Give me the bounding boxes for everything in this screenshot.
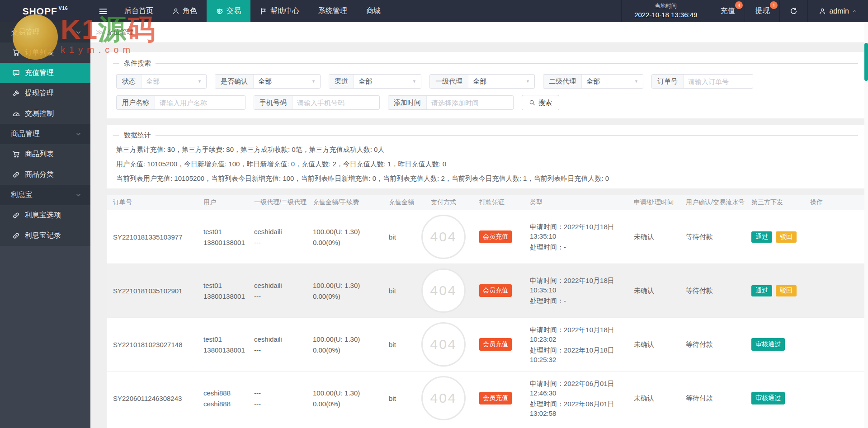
- payment-proof-image[interactable]: 404: [421, 215, 466, 259]
- column-header: 一级代理/二级代理: [248, 198, 307, 207]
- withdraw-shortcut[interactable]: 提现 1: [745, 0, 779, 22]
- nav-item-label: 后台首页: [124, 6, 153, 16]
- third-party-cell: 通过驳回: [745, 285, 804, 296]
- process-time: 处理时间：2022年10月18日 10:25:32: [530, 345, 627, 364]
- filter-value: 全部: [468, 77, 526, 86]
- confirm-filter[interactable]: 是否确认全部▼: [215, 74, 321, 89]
- menu-toggle-icon[interactable]: [99, 7, 108, 16]
- approve-button[interactable]: 通过: [751, 231, 772, 243]
- recharge-shortcut-label: 充值: [720, 6, 735, 16]
- scrollbar-thumb[interactable]: [864, 43, 868, 81]
- nav-roles[interactable]: 角色: [163, 0, 207, 22]
- user-menu[interactable]: admin: [807, 0, 868, 22]
- logo-text: SHOPF: [22, 6, 57, 17]
- user-icon: [172, 8, 179, 15]
- agent2-filter[interactable]: 二级代理全部▼: [543, 74, 643, 89]
- recharge-fee: 0.00(0%): [313, 238, 382, 247]
- approved-badge: 审核通过: [751, 392, 785, 404]
- third-party-cell: 审核通过: [745, 392, 804, 404]
- username: admin: [829, 7, 849, 15]
- sidebar-item-recharge[interactable]: 充值管理: [0, 63, 90, 83]
- third-party-cell: 通过驳回: [745, 231, 804, 243]
- table-header: 订单号用户一级代理/二级代理充值金额/手续费充值金额支付方式打款凭证类型申请/处…: [107, 195, 864, 210]
- sidebar-item-goods-category[interactable]: 商品分类: [0, 165, 90, 185]
- agent1-filter[interactable]: 一级代理全部▼: [429, 74, 535, 89]
- payment-proof-image[interactable]: 404: [421, 268, 466, 313]
- approve-button[interactable]: 通过: [751, 285, 772, 296]
- stats-lines: 第三方累计充值: $0，第三方手续费: $0，第三方成功收款: 0笔，第三方充值…: [116, 145, 858, 183]
- username-input[interactable]: [155, 99, 245, 107]
- nav-mall[interactable]: 商城: [357, 0, 390, 22]
- status-filter[interactable]: 状态全部▼: [116, 74, 207, 89]
- local-time-block: 当地时间 2022-10-18 13:36:49: [621, 0, 710, 22]
- channel-filter[interactable]: 渠道全部▼: [329, 74, 421, 89]
- flag-icon: [260, 8, 267, 15]
- image-404-text: 404: [430, 229, 457, 245]
- order-no-input-box: 订单号: [651, 74, 753, 89]
- agent-level2: ---: [254, 238, 307, 247]
- sidebar-filler: [0, 246, 90, 428]
- nav-help[interactable]: 帮助中心: [250, 0, 309, 22]
- sidebar-item-lixibao-options[interactable]: 利息宝选项: [0, 205, 90, 226]
- withdraw-badge: 1: [770, 1, 778, 9]
- process-time: 处理时间：2022年06月01日 13:02:58: [530, 399, 627, 418]
- reject-button[interactable]: 驳回: [776, 285, 797, 296]
- confirm-status: 未确认: [634, 394, 654, 402]
- reject-button[interactable]: 驳回: [776, 231, 797, 243]
- sidebar-item-lixibao-records[interactable]: 利息宝记录: [0, 226, 90, 246]
- payment-proof-image[interactable]: 404: [421, 376, 466, 420]
- sidebar-items: 交易管理订单列表充值管理提现管理交易控制商品管理商品列表商品分类利息宝利息宝选项…: [0, 22, 90, 246]
- sidebar-item-goods-list[interactable]: 商品列表: [0, 144, 90, 165]
- sidebar-item-label: 商品分类: [25, 170, 54, 179]
- sidebar-group-trade[interactable]: 交易管理: [0, 22, 90, 42]
- filter-value: 全部: [254, 77, 311, 86]
- search-legend: 条件搜索: [119, 59, 156, 68]
- payment-proof-image[interactable]: 404: [421, 322, 466, 367]
- sidebar-item-order-list[interactable]: 订单列表: [0, 42, 90, 63]
- recharge-badge: 4: [735, 1, 743, 9]
- table-row: SY2206011246308243 ceshi888 ceshi888 ---…: [107, 372, 864, 425]
- phone-input[interactable]: [292, 99, 379, 107]
- nav-trade[interactable]: 交易: [207, 0, 250, 22]
- column-header: 第三方下发: [745, 198, 804, 207]
- sidebar-group-lixibao[interactable]: 利息宝: [0, 185, 90, 205]
- nav-left: 后台首页角色交易帮助中心系统管理商城: [90, 0, 621, 22]
- pay-currency: bit: [389, 341, 396, 348]
- filter-row-1: 状态全部▼是否确认全部▼渠道全部▼一级代理全部▼二级代理全部▼订单号: [116, 74, 858, 89]
- recharge-amount: 100.00(U: 1.30): [313, 334, 382, 344]
- agent-level1: ceshidaili: [254, 334, 307, 344]
- search-button[interactable]: 搜索: [522, 95, 559, 110]
- add-time-input[interactable]: [427, 99, 513, 107]
- confirm-status: 未确认: [634, 340, 654, 348]
- nav-item-label: 系统管理: [318, 6, 347, 16]
- filter-label: 是否确认: [215, 75, 254, 88]
- nav-dashboard[interactable]: 后台首页: [115, 0, 163, 22]
- nav-system[interactable]: 系统管理: [309, 0, 357, 22]
- filter-label: 渠道: [329, 75, 354, 88]
- filter-label: 状态: [117, 75, 142, 88]
- page-scrollbar[interactable]: [864, 22, 868, 428]
- sidebar-item-withdraw[interactable]: 提现管理: [0, 83, 90, 103]
- type-badge: 会员充值: [479, 284, 512, 297]
- agent-level1: ---: [254, 388, 307, 398]
- pay-status: 等待付款: [686, 394, 713, 402]
- search-icon: [529, 99, 535, 106]
- hammer-icon: [12, 89, 20, 97]
- stats-line-current-list: 当前列表用户充值: 10105200，当前列表今日新增充值: 100，当前列表昨…: [116, 174, 858, 183]
- user-name: test01: [203, 227, 248, 236]
- apply-time: 申请时间：2022年10月18日 10:35:10: [530, 276, 627, 295]
- sidebar-item-trade-control[interactable]: 交易控制: [0, 103, 90, 124]
- user-icon: [819, 8, 826, 15]
- refresh-button[interactable]: [779, 0, 807, 22]
- agent-level2: ---: [254, 292, 307, 301]
- top-navbar: SHOPFV16 后台首页角色交易帮助中心系统管理商城 当地时间 2022-10…: [0, 0, 868, 22]
- phone-input-box: 手机号码: [254, 95, 380, 110]
- apply-time: 申请时间：2022年10月18日 10:23:02: [530, 325, 627, 344]
- recharge-shortcut[interactable]: 充值 4: [710, 0, 745, 22]
- image-404-text: 404: [430, 390, 457, 406]
- order-no-input[interactable]: [684, 78, 753, 85]
- pay-status: 等待付款: [686, 233, 713, 240]
- main-menu: 后台首页角色交易帮助中心系统管理商城: [115, 0, 390, 22]
- sidebar-group-goods[interactable]: 商品管理: [0, 124, 90, 144]
- image-404-text: 404: [430, 337, 457, 352]
